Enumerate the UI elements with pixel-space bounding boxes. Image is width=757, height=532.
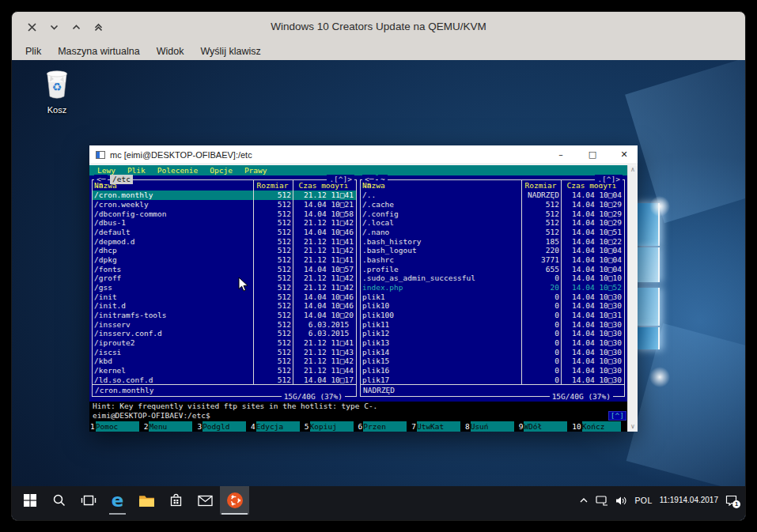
taskbar-mail-icon[interactable] <box>191 486 220 515</box>
system-tray: POL 11:19 14.04.2017 1 <box>579 486 745 515</box>
file-row[interactable]: .bash_history18514.04 10□22 <box>361 236 624 246</box>
file-row[interactable]: /init.d51214.04 10□46 <box>93 301 356 311</box>
column-size[interactable]: Rozmiar <box>253 180 293 191</box>
file-row[interactable]: plik16014.04 10□30 <box>361 366 624 375</box>
file-row[interactable]: plik15014.04 10□30 <box>361 357 624 366</box>
menu-item-wy-lij-klawisz[interactable]: Wyślij klawisz <box>200 46 260 57</box>
file-row[interactable]: /iproute251221.12 11□41 <box>93 338 356 348</box>
fkey-6[interactable]: 6Przen <box>358 421 407 432</box>
file-row[interactable]: plik1014.04 10□30 <box>361 292 624 301</box>
taskbar-task-view-icon[interactable] <box>74 486 103 515</box>
mc-titlebar[interactable]: mc [eimi@DESKTOP-OFIBAEV]:/etc – □ ✕ <box>89 145 638 164</box>
menu-item-plik[interactable]: Plik <box>25 46 41 57</box>
taskbar-file-explorer-icon[interactable] <box>132 486 161 515</box>
taskbar-edge-icon[interactable]: e <box>103 486 132 515</box>
file-row[interactable]: /iscsi51221.12 11□43 <box>93 347 356 357</box>
file-row[interactable]: /.nano51214.04 10□51 <box>361 228 624 237</box>
file-row[interactable]: /ld.so.conf.d51214.04 10□17 <box>93 375 356 384</box>
fkey-2[interactable]: 2Menu <box>143 421 193 432</box>
menu-item-opcje[interactable]: Opcje <box>210 165 233 175</box>
terminal-scrollbar[interactable]: ∧ ∨ <box>627 165 638 432</box>
free-space: 15G/40G (37%) <box>550 392 613 402</box>
file-row[interactable]: /dbconfig-common51214.04 10□58 <box>93 209 356 218</box>
recycle-bin-icon[interactable]: ♻ Kosz <box>36 66 78 115</box>
file-row[interactable]: plik14014.04 10□30 <box>361 347 624 357</box>
file-row[interactable]: .bashrc377114.04 10□04 <box>361 255 624 265</box>
menu-item-widok[interactable]: Widok <box>157 46 184 57</box>
file-mtime: 14.04 10□51 <box>561 228 624 237</box>
taskbar-search-icon[interactable] <box>44 486 74 515</box>
fkey-10[interactable]: 10Kończ <box>571 421 621 432</box>
file-row[interactable]: /..NADRZĘD14.04 10□04 <box>361 191 624 200</box>
file-row[interactable]: /insserv.conf.d5126.03.2015 <box>93 329 356 338</box>
file-row[interactable]: /dpkg51221.12 11□41 <box>93 255 356 265</box>
scrollbar-up-icon[interactable]: ∧ <box>628 166 638 174</box>
file-row[interactable]: /dhcp51221.12 11□42 <box>93 246 356 255</box>
file-row[interactable]: /dbus-151221.12 11□42 <box>93 218 356 228</box>
tray-chevron-up-icon[interactable] <box>579 496 589 504</box>
volume-icon[interactable] <box>615 496 627 506</box>
panel-corner[interactable]: .[^]> <box>327 175 354 184</box>
close-button[interactable]: ✕ <box>611 145 638 164</box>
fkey-3[interactable]: 3Podgld <box>196 421 246 432</box>
menu-item-prawy[interactable]: Prawy <box>244 165 267 175</box>
file-row[interactable]: /initramfs-tools51214.04 10□20 <box>93 311 356 320</box>
file-row[interactable]: plik13014.04 10□30 <box>361 338 624 348</box>
file-mtime: 21.12 11□42 <box>293 246 356 255</box>
file-name: /.. <box>361 191 521 200</box>
fkey-9[interactable]: 9WDół <box>518 421 568 432</box>
file-row[interactable]: /kbd51221.12 11□42 <box>93 357 356 366</box>
fkey-4[interactable]: 4Edycja <box>250 421 300 432</box>
file-row[interactable]: index.php2014.04 10□52 <box>361 283 624 292</box>
fkey-8[interactable]: 8Usuń <box>464 421 514 432</box>
file-row[interactable]: /default51214.04 10□46 <box>93 228 356 237</box>
file-row[interactable]: .profile65514.04 10□04 <box>361 264 624 274</box>
file-row[interactable]: plik11014.04 10□30 <box>361 319 624 329</box>
action-center-icon[interactable]: 1 <box>725 495 737 506</box>
file-row[interactable]: plik12014.04 10□30 <box>361 329 624 338</box>
file-row[interactable]: /fonts51214.04 10□57 <box>93 264 356 274</box>
file-row[interactable]: /cron.monthly51221.12 11□41 <box>93 191 356 200</box>
shell-prompt[interactable]: eimi@DESKTOP-OFIBAEV:/etc$ <box>93 411 210 421</box>
file-row[interactable]: /.local51214.04 10□29 <box>361 218 624 228</box>
file-row[interactable]: /init51214.04 10□46 <box>93 292 356 301</box>
file-name: plik12 <box>361 329 521 338</box>
fkey-5[interactable]: 5Kopiuj <box>304 421 354 432</box>
file-row[interactable]: /insserv5126.03.2015 <box>93 319 356 329</box>
mc-command-line[interactable]: eimi@DESKTOP-OFIBAEV:/etc$ [^] <box>89 411 627 421</box>
file-size: 512 <box>521 200 561 209</box>
taskbar-store-icon[interactable] <box>161 486 191 515</box>
file-row[interactable]: /.cache51214.04 10□29 <box>361 200 624 209</box>
file-row[interactable]: plik100014.04 10□31 <box>361 311 624 320</box>
file-row[interactable]: .bash_logout22014.04 10□04 <box>361 246 624 255</box>
language-indicator[interactable]: POL <box>634 496 652 505</box>
file-row[interactable]: plik17014.04 10□30 <box>361 375 624 384</box>
network-icon[interactable] <box>596 496 608 506</box>
file-row[interactable]: /gss51221.12 11□42 <box>93 283 356 292</box>
fkey-1[interactable]: 1Pomoc <box>89 421 139 432</box>
file-name: plik1 <box>361 292 521 301</box>
scrollbar-down-icon[interactable]: ∨ <box>628 423 638 431</box>
column-size[interactable]: Rozmiar <box>521 180 561 191</box>
file-row[interactable]: /groff51221.12 11□42 <box>93 274 356 283</box>
taskbar-ubuntu-icon[interactable] <box>220 486 249 515</box>
file-row[interactable]: /kernel51221.12 11□44 <box>93 366 356 375</box>
panel-corner[interactable]: .[^]> <box>595 175 623 184</box>
file-name: /dbus-1 <box>93 218 253 228</box>
file-row[interactable]: /depmod.d51221.12 11□41 <box>93 236 356 246</box>
taskbar-start-icon[interactable] <box>15 486 44 515</box>
menu-item-polecenie[interactable]: Polecenie <box>157 165 198 175</box>
file-name: .bashrc <box>361 255 521 265</box>
fkey-7[interactable]: 7UtwKat <box>411 421 460 432</box>
file-size: 512 <box>253 311 293 320</box>
taskbar-clock[interactable]: 11:19 14.04.2017 <box>660 496 718 505</box>
minimize-button[interactable]: – <box>547 145 574 164</box>
file-row[interactable]: /cron.weekly51214.04 10□21 <box>93 200 356 209</box>
file-row[interactable]: .sudo_as_admin_successful014.04 10□10 <box>361 274 624 283</box>
maximize-button[interactable]: □ <box>579 145 606 164</box>
scroll-up-indicator[interactable]: [^] <box>608 411 626 421</box>
file-row[interactable]: /.config51214.04 10□29 <box>361 209 624 218</box>
menu-item-maszyna-wirtualna[interactable]: Maszyna wirtualna <box>58 46 140 57</box>
file-row[interactable]: plik10014.04 10□30 <box>361 301 624 311</box>
file-name: /insserv <box>93 319 253 329</box>
